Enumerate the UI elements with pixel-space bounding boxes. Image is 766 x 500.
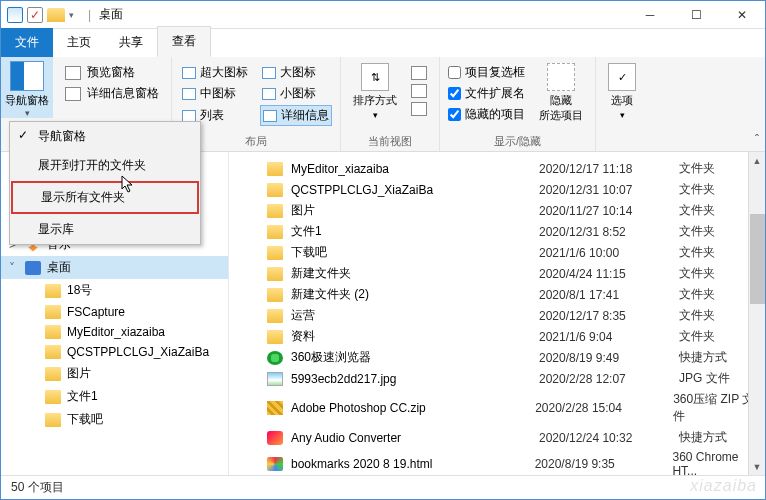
check-icon[interactable]: ✓ bbox=[27, 7, 43, 23]
sort-button[interactable]: ⇅ 排序方式 ▾ bbox=[349, 61, 401, 122]
folder-icon bbox=[45, 284, 61, 298]
file-row[interactable]: 资料2021/1/6 9:04文件夹 bbox=[229, 326, 765, 347]
file-row[interactable]: QCSTPPLCLGJ_XiaZaiBa2020/12/31 10:07文件夹 bbox=[229, 179, 765, 200]
file-type: 文件夹 bbox=[679, 286, 715, 303]
file-name: 下载吧 bbox=[291, 244, 327, 261]
menu-show-all-folders[interactable]: 显示所有文件夹 bbox=[11, 181, 199, 214]
file-type: 文件夹 bbox=[679, 244, 715, 261]
folder-icon bbox=[47, 8, 65, 22]
file-name: Any Audio Converter bbox=[291, 431, 401, 445]
file-row[interactable]: MyEditor_xiazaiba2020/12/17 11:18文件夹 bbox=[229, 158, 765, 179]
file-date: 2020/8/1 17:41 bbox=[539, 288, 679, 302]
group-layout-label: 布局 bbox=[180, 132, 332, 149]
minimize-button[interactable]: ─ bbox=[627, 1, 673, 29]
folder-icon bbox=[45, 345, 61, 359]
file-type: 文件夹 bbox=[679, 181, 715, 198]
tree-item[interactable]: QCSTPPLCLGJ_XiaZaiBa bbox=[1, 342, 228, 362]
file-name: 运营 bbox=[291, 307, 315, 324]
file-row[interactable]: 5993ecb2dd217.jpg2020/2/28 12:07JPG 文件 bbox=[229, 368, 765, 389]
file-row[interactable]: bookmarks 2020 8 19.html2020/8/19 9:3536… bbox=[229, 448, 765, 475]
maximize-button[interactable]: ☐ bbox=[673, 1, 719, 29]
hide-selected-button[interactable]: 隐藏 所选项目 bbox=[535, 61, 587, 125]
layout-details[interactable]: 详细信息 bbox=[260, 105, 332, 126]
scroll-thumb[interactable] bbox=[750, 214, 765, 304]
file-type: JPG 文件 bbox=[679, 370, 730, 387]
file-type: 文件夹 bbox=[679, 160, 715, 177]
file-row[interactable]: 新建文件夹 (2)2020/8/1 17:41文件夹 bbox=[229, 284, 765, 305]
size-columns-icon bbox=[411, 102, 427, 116]
file-name: 文件1 bbox=[291, 223, 322, 240]
file-row[interactable]: 新建文件夹2020/4/24 11:15文件夹 bbox=[229, 263, 765, 284]
ribbon-tabs: 文件 主页 共享 查看 bbox=[1, 29, 765, 57]
file-type: 文件夹 bbox=[679, 223, 715, 240]
nav-pane-icon bbox=[10, 61, 44, 91]
vertical-scrollbar[interactable]: ▲ ▼ bbox=[748, 152, 765, 475]
folder-icon bbox=[267, 246, 283, 260]
file-type: 文件夹 bbox=[679, 307, 715, 324]
status-bar: 50 个项目 bbox=[1, 475, 765, 499]
scroll-down-button[interactable]: ▼ bbox=[749, 458, 765, 475]
file-date: 2021/1/6 10:00 bbox=[539, 246, 679, 260]
file-name: 图片 bbox=[291, 202, 315, 219]
tree-item[interactable]: 18号 bbox=[1, 279, 228, 302]
qat-dropdown-icon[interactable]: ▾ bbox=[69, 10, 74, 20]
tree-item[interactable]: ˅桌面 bbox=[1, 256, 228, 279]
details-pane-icon bbox=[65, 87, 81, 101]
folder-icon bbox=[267, 225, 283, 239]
file-row[interactable]: 运营2020/12/17 8:35文件夹 bbox=[229, 305, 765, 326]
check-item-checkboxes[interactable]: 项目复选框 bbox=[448, 64, 525, 81]
tree-item[interactable]: FSCapture bbox=[1, 302, 228, 322]
tab-home[interactable]: 主页 bbox=[53, 28, 105, 57]
menu-nav-pane[interactable]: 导航窗格 bbox=[10, 122, 200, 151]
layout-large[interactable]: 大图标 bbox=[260, 63, 332, 82]
folder-icon bbox=[45, 325, 61, 339]
options-button[interactable]: ✓ 选项 ▾ bbox=[604, 61, 640, 122]
folder-icon bbox=[45, 367, 61, 381]
tree-item[interactable]: 图片 bbox=[1, 362, 228, 385]
quick-access-toolbar: ✓ ▾ bbox=[1, 7, 80, 23]
details-pane-button[interactable]: 详细信息窗格 bbox=[61, 84, 163, 103]
nav-pane-button[interactable]: 导航窗格 ▾ bbox=[1, 57, 53, 118]
file-name: MyEditor_xiazaiba bbox=[291, 162, 389, 176]
layout-extra-large[interactable]: 超大图标 bbox=[180, 63, 250, 82]
menu-show-libraries[interactable]: 显示库 bbox=[10, 215, 200, 244]
close-button[interactable]: ✕ bbox=[719, 1, 765, 29]
check-file-extensions[interactable]: 文件扩展名 bbox=[448, 85, 525, 102]
tree-item-label: FSCapture bbox=[67, 305, 125, 319]
size-columns-button[interactable] bbox=[407, 101, 431, 117]
hide-icon bbox=[547, 63, 575, 91]
tree-item[interactable]: 文件1 bbox=[1, 385, 228, 408]
nav-pane-dropdown: 导航窗格 展开到打开的文件夹 显示所有文件夹 显示库 bbox=[9, 121, 201, 245]
tree-item[interactable]: MyEditor_xiazaiba bbox=[1, 322, 228, 342]
nav-pane-label: 导航窗格 bbox=[5, 93, 49, 108]
check-hidden-items[interactable]: 隐藏的项目 bbox=[448, 106, 525, 123]
tab-file[interactable]: 文件 bbox=[1, 28, 53, 57]
file-list[interactable]: MyEditor_xiazaiba2020/12/17 11:18文件夹QCST… bbox=[229, 152, 765, 475]
tree-item[interactable]: 下载吧 bbox=[1, 408, 228, 431]
folder-icon bbox=[45, 390, 61, 404]
file-name: 资料 bbox=[291, 328, 315, 345]
add-columns-button[interactable] bbox=[407, 83, 431, 99]
layout-medium[interactable]: 中图标 bbox=[180, 84, 250, 103]
sort-icon: ⇅ bbox=[361, 63, 389, 91]
scroll-up-button[interactable]: ▲ bbox=[749, 152, 765, 169]
folder-icon bbox=[267, 330, 283, 344]
file-type: 文件夹 bbox=[679, 202, 715, 219]
properties-icon[interactable] bbox=[7, 7, 23, 23]
tab-view[interactable]: 查看 bbox=[157, 26, 211, 57]
tab-share[interactable]: 共享 bbox=[105, 28, 157, 57]
file-row[interactable]: 下载吧2021/1/6 10:00文件夹 bbox=[229, 242, 765, 263]
file-row[interactable]: 图片2020/11/27 10:14文件夹 bbox=[229, 200, 765, 221]
group-by-button[interactable] bbox=[407, 65, 431, 81]
file-row[interactable]: 文件12020/12/31 8:52文件夹 bbox=[229, 221, 765, 242]
file-row[interactable]: 360极速浏览器2020/8/19 9:49快捷方式 bbox=[229, 347, 765, 368]
file-date: 2020/2/28 12:07 bbox=[539, 372, 679, 386]
window-title: 桌面 bbox=[99, 6, 123, 23]
preview-pane-button[interactable]: 预览窗格 bbox=[61, 63, 163, 82]
file-row[interactable]: Adobe Photoshop CC.zip2020/2/28 15:04360… bbox=[229, 389, 765, 427]
tree-item-label: 桌面 bbox=[47, 259, 71, 276]
ribbon-collapse-button[interactable]: ˆ bbox=[755, 133, 759, 147]
menu-expand-open[interactable]: 展开到打开的文件夹 bbox=[10, 151, 200, 180]
layout-small[interactable]: 小图标 bbox=[260, 84, 332, 103]
file-row[interactable]: Any Audio Converter2020/12/24 10:32快捷方式 bbox=[229, 427, 765, 448]
